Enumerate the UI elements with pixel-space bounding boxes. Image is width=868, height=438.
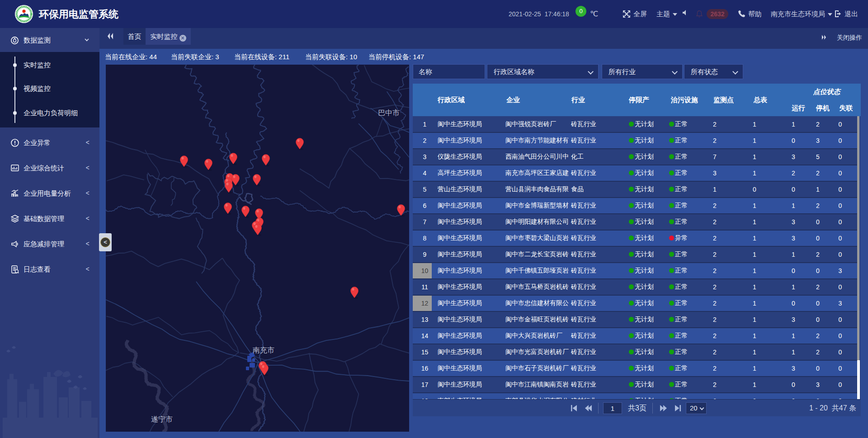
svg-text:遂宁市: 遂宁市 xyxy=(151,415,173,423)
svg-text:巴中市: 巴中市 xyxy=(378,109,400,117)
svg-text:南充市: 南充市 xyxy=(253,346,274,354)
